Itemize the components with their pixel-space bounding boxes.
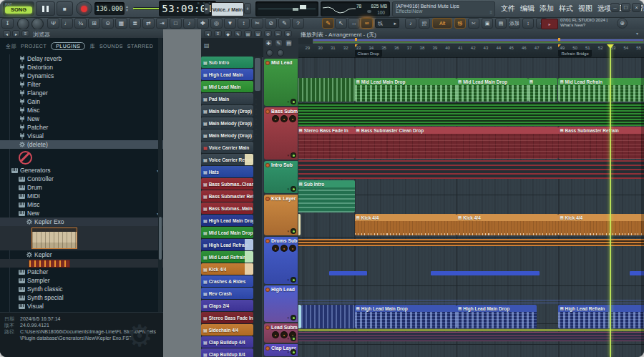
step-edit-icon[interactable]: ▦ — [115, 18, 127, 29]
chevron-down-icon[interactable]: ▾ — [287, 153, 289, 157]
grid-icon[interactable]: ▤ — [204, 42, 210, 49]
cut-icon[interactable]: ✂ — [251, 18, 263, 29]
track-enable-led[interactable] — [291, 277, 296, 283]
pattern-high-lead-refrain[interactable]: ▤High Lead Refrain — [201, 239, 253, 250]
clip-high-lead-main-drop[interactable]: ▤High Lead Main Drop — [457, 305, 537, 328]
touch-icon[interactable]: ✚ — [197, 18, 209, 29]
track-enable-led[interactable] — [291, 349, 296, 355]
tree-item-new[interactable]: New — [0, 114, 163, 123]
tree-item-synth-special[interactable]: Synth special — [0, 293, 163, 302]
clip-bass-submaster-refrain[interactable]: ▤Bass Submaster Refrain — [558, 127, 644, 159]
pl-mute-icon[interactable]: ⊘ — [264, 30, 272, 37]
stop-button[interactable]: ■ — [57, 1, 73, 16]
pattern-bass-submaster-refrain[interactable]: ▤Bass Submaster Refrain — [201, 190, 253, 202]
pl-pencil-icon[interactable]: ✎ — [275, 39, 283, 47]
pattern-kick-4-4[interactable]: ▤Kick 4/4 — [201, 263, 253, 275]
plugin-picker-icon[interactable]: ♪ — [183, 18, 195, 29]
clip-mid-lead-main-drop[interactable]: ▤Mid Lead Main Drop — [457, 78, 528, 102]
tree-item-sampler[interactable]: Sampler — [0, 276, 163, 285]
tuning-icon[interactable]: Ψ — [47, 18, 59, 29]
clip-drumblue[interactable] — [431, 271, 539, 275]
help-icon[interactable]: ? — [292, 18, 304, 29]
plugin-thumbnail-kepler[interactable] — [29, 260, 70, 268]
pattern-sidechain-4-4[interactable]: ▤Sidechain 4/4 — [201, 324, 253, 336]
routing-icon[interactable]: ⇄ — [142, 18, 155, 29]
back-icon[interactable]: ◂ — [3, 30, 11, 37]
picker-scrollbar[interactable]: -------- — [253, 57, 262, 357]
clip-stereo-bass-fade-in[interactable]: ▤Stereo Bass Fade In — [298, 127, 355, 159]
pattern-main-melody-drop-[interactable]: ▤Main Melody (Drop) — [201, 105, 253, 117]
snap-selector[interactable]: 线 ▸ — [375, 19, 399, 28]
swing-icon[interactable]: ¾ — [74, 18, 87, 29]
mic-icon[interactable]: ⊘ — [265, 18, 277, 29]
pattern-bass-submas-main-drop[interactable]: ▤Bass Submas..Main Drop — [201, 202, 253, 214]
clip-drumblue[interactable] — [329, 271, 367, 275]
tree-item-midi[interactable]: MIDI — [0, 192, 163, 200]
clip-high-lead-main-drop[interactable]: ▤High Lead Main Drop — [355, 305, 457, 328]
playhead-line[interactable] — [610, 44, 611, 357]
cpu-memory-panel[interactable]: 78 825 MB 100 — [321, 1, 390, 16]
pattern-rev-crash[interactable]: ▤Rev Crash — [201, 288, 253, 299]
clip-bass-submaster-clean-drop[interactable]: ▤Bass Submaster Clean Drop — [355, 127, 559, 159]
chevron-down-icon[interactable]: ▾ — [287, 187, 289, 191]
track-mute-led[interactable] — [265, 109, 270, 114]
clip-mid-lead-refrain[interactable]: ▤Mid Lead Refrain — [558, 78, 644, 102]
song-mode-label[interactable]: SONG — [5, 6, 32, 14]
paste-icon[interactable]: ▤ — [495, 18, 507, 29]
playlist-clip-area[interactable]: 2930313233343536373839404142434445464748… — [298, 38, 644, 357]
pattern-hats[interactable]: ▤Hats — [201, 166, 253, 177]
tree-item-visual[interactable]: Visual — [0, 132, 163, 140]
tree-item-dynamics[interactable]: Dynamics — [0, 72, 163, 80]
browser-tab-STARRED[interactable]: STARRED — [127, 44, 153, 49]
submaster-knob-icon[interactable]: ● — [289, 115, 296, 122]
forward-icon[interactable]: ▸ — [12, 30, 20, 37]
track-mute-led[interactable] — [265, 239, 270, 243]
tree-item-filter[interactable]: Filter — [0, 80, 163, 89]
tree-item-distortion[interactable]: Distortion — [0, 63, 163, 72]
menu-item-选项[interactable]: 选项 — [597, 4, 612, 14]
news-text[interactable]: 07/01 FL STUDIO 2024 | What's New? — [560, 18, 610, 28]
master-volume-knob[interactable] — [17, 18, 29, 30]
browser-scrollbar[interactable] — [158, 38, 162, 312]
browser-tab-全部[interactable]: 全部 — [6, 43, 16, 50]
clip-kick-4-4[interactable]: ▤Kick 4/4 — [558, 214, 644, 235]
clip-bandorange[interactable] — [298, 239, 644, 246]
save-icon[interactable]: ▼ — [224, 18, 236, 29]
scrollbar-thumb[interactable] — [159, 217, 162, 260]
menu-item-视图[interactable]: 视图 — [578, 4, 592, 14]
clip-bandolive[interactable] — [298, 329, 644, 331]
copy-icon[interactable]: ▣ — [482, 18, 493, 29]
add-button[interactable]: 添加 — [509, 18, 520, 29]
pattern-mid-lead-main[interactable]: ▤Mid Lead Main — [201, 81, 253, 92]
submaster-knob-icon[interactable]: ● — [280, 245, 288, 252]
clip-mid-lead-main-drop[interactable]: ▤Mid Lead Main Drop — [355, 78, 457, 102]
track-enable-led[interactable] — [291, 336, 296, 341]
move-button[interactable]: 移 — [454, 18, 466, 29]
pl-zoom-icon[interactable]: ⊕ — [284, 30, 292, 37]
clip-kick-4-4[interactable]: ▤Kick 4/4 — [457, 214, 558, 235]
typing-keyboard-icon[interactable]: ♪ — [405, 18, 416, 29]
clip-bandpurple[interactable] — [298, 332, 644, 341]
loop-record-icon[interactable]: ⊙ — [102, 18, 114, 29]
pattern-stereo-bass-fade-in[interactable]: ▤Stereo Bass Fade In — [201, 312, 253, 323]
link-tool-icon[interactable]: ∞ — [361, 18, 373, 29]
next-pattern-button[interactable]: ▶ — [204, 3, 210, 14]
pat-song-switch[interactable]: PAT SONG — [3, 1, 34, 16]
center-icon[interactable]: ◎ — [210, 18, 223, 29]
pl-brush-icon[interactable]: ▤ — [285, 39, 293, 47]
playhead-marker-icon[interactable] — [607, 44, 614, 49]
pattern-selector[interactable]: Voice..r Main — [211, 2, 244, 16]
h-zoom-knob[interactable] — [266, 49, 273, 57]
clip-high-lead-refrain[interactable]: ▤High Lead Refrain — [558, 305, 644, 328]
track-mute-led[interactable] — [265, 61, 270, 65]
chevron-down-icon[interactable]: ▾ — [287, 336, 289, 341]
track-mute-led[interactable] — [265, 163, 270, 167]
timeline-ruler[interactable]: 2930313233343536373839404142434445464748… — [298, 44, 644, 58]
blend-notes-icon[interactable]: ⊞ — [88, 18, 100, 29]
chevron-down-icon[interactable]: ▾ — [287, 229, 289, 233]
track-header-bass-submaster[interactable]: Bass Submaster●●●▾ — [264, 107, 298, 160]
pattern-mid-lead-refrain[interactable]: ▤Mid Lead Refrain — [201, 251, 253, 263]
pattern-sub-intro[interactable]: ▤Sub Intro — [201, 57, 253, 68]
export-icon[interactable]: ↕ — [238, 18, 250, 29]
browser-tab-SOUNDS[interactable]: SOUNDS — [99, 44, 123, 49]
